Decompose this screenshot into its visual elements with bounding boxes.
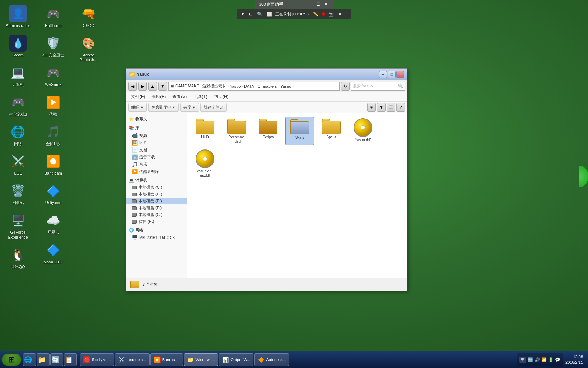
file-item-scripts[interactable]: Scripts [254, 117, 283, 145]
start-button[interactable]: ⊞ [1, 353, 22, 366]
ime-indicator[interactable]: 中 [519, 356, 526, 363]
recent-button[interactable]: ▼ [158, 82, 167, 91]
desktop-icon-youku[interactable]: ▶️ 优酷 [39, 92, 67, 118]
breadcrumb[interactable]: ⊞ GAME MAKE › 游戏模型素材 › Yasuo › DATA › Ch… [168, 82, 340, 91]
sidebar-item-c[interactable]: 本地磁盘 (C:) [126, 184, 187, 191]
file-label: Scripts [263, 135, 274, 139]
desktop-icon-recycle[interactable]: 🗑️ 回收站 [4, 181, 32, 207]
taskbar-app-windows[interactable]: 📁 Windows... [184, 353, 218, 366]
taskbar-ie-btn[interactable]: 🌐 [23, 353, 36, 366]
sidebar-item-ms[interactable]: 🖥️ MS-20161215FGCX [126, 234, 187, 241]
sidebar-item-g[interactable]: 本地磁盘 (G:) [126, 211, 187, 218]
taskbar-explore-btn[interactable]: 📁 [37, 353, 50, 366]
sidebar-item-music[interactable]: 🎵 音乐 [126, 161, 187, 168]
desktop-icon-maya[interactable]: 🔷 Maya 2017 [39, 240, 67, 266]
breadcrumb-segment: Yasuo [230, 84, 241, 88]
video-icon: 📹 [132, 133, 137, 138]
file-item-yasuo-ddf[interactable]: Yasuo.ddf [349, 117, 377, 145]
taskbar-app-autodesk[interactable]: 🔶 Autodesk... [254, 353, 289, 366]
desktop-icon-steam[interactable]: 💧 Steam [4, 33, 32, 59]
tb-icon-1[interactable]: ▼ [239, 11, 246, 17]
taskbar-right: 中 🔤 🔊 📶 🔋 💬 13:08 2018/2/11 [515, 353, 587, 366]
taskbar-app-league[interactable]: ⚔️ League o... [115, 353, 150, 366]
desktop-icon-unity[interactable]: 🔷 Unity.exe [39, 181, 67, 207]
forward-button[interactable]: ▶ [138, 82, 147, 91]
breadcrumb-segment: 游戏模型素材 [202, 83, 226, 89]
sidebar-item-e[interactable]: 本地磁盘 (E:) [126, 198, 187, 204]
file-item-recommended[interactable]: Recommended [222, 117, 251, 145]
taskbar-app-red[interactable]: 🔴 if only yo... [80, 353, 114, 366]
desktop-icon-shenghua6[interactable]: 🎮 生化危机6 [4, 92, 32, 118]
search-icon[interactable]: 🔍 [398, 84, 403, 88]
autodesk-label: Autodesk... [266, 358, 286, 362]
desktop-icon-photoshop[interactable]: 🎨 AdobePhotosh... [74, 33, 103, 64]
toolbar-expand-icon[interactable]: ▼ [323, 1, 329, 7]
details-view-btn[interactable]: ☰ [387, 103, 395, 112]
desktop-icon-lol[interactable]: ⚔️ LOL [4, 151, 32, 177]
minimize-button[interactable]: ─ [379, 71, 387, 78]
menu-tools[interactable]: 工具(T) [190, 93, 210, 101]
desktop-icon-quanmin[interactable]: 🎵 全民K歌 [39, 122, 67, 148]
desktop-icon-computer[interactable]: 💻 计算机 [4, 63, 32, 88]
desktop-icon-csgo[interactable]: 🔫 CSGO [74, 4, 103, 29]
desktop-icon-qq[interactable]: 🐧 腾讯QQ [4, 245, 32, 271]
tb-pen-icon[interactable]: ✏️ [312, 11, 319, 17]
desktop-icon-wegame[interactable]: 🎮 WeGame [39, 63, 67, 88]
file-item-yasuo-en-ddf[interactable]: Yasuo.en_us.ddf [191, 148, 219, 179]
desktop-icon-bandicam[interactable]: ⏺️ Bandicam [39, 151, 67, 177]
desktop-icon-geforce[interactable]: 🖥️ GeForceExperience [4, 210, 32, 241]
sidebar-item-video[interactable]: 📹 视频 [126, 132, 187, 139]
desktop-icon-battle[interactable]: 🎮 Battle.net [39, 4, 67, 29]
desktop-icon-administrator[interactable]: 👤 Administra tor [4, 4, 32, 29]
menu-file[interactable]: 文件(F) [128, 93, 148, 101]
new-folder-button[interactable]: 新建文件夹 [200, 103, 227, 112]
computer-label: 计算机 [135, 178, 147, 183]
view-icon-btn[interactable]: ⊞ [367, 103, 376, 112]
file-item-spells[interactable]: Spells [317, 117, 346, 145]
taskbar-app-bandicam[interactable]: ⏺️ Bandicam [150, 353, 183, 366]
desktop-icon-360[interactable]: 🛡️ 360安全卫士 [39, 33, 67, 59]
up-button[interactable]: ▲ [148, 82, 157, 91]
menu-edit[interactable]: 编辑(E) [149, 93, 169, 101]
taskbar-360-btn[interactable]: 🔄 [50, 353, 63, 366]
sidebar-item-docs[interactable]: 📄 文档 [126, 146, 187, 153]
sidebar-header-library[interactable]: 📚 库 [126, 124, 187, 132]
tb-icon-3[interactable]: 🔍 [256, 11, 263, 17]
sidebar-item-download[interactable]: ⬇️ 迅雷下载 [126, 153, 187, 161]
tb-icon-4[interactable]: ⬜ [266, 11, 273, 17]
network-icon: 🌐 [129, 228, 134, 233]
view-dropdown-btn[interactable]: ▼ [377, 103, 386, 112]
menu-view[interactable]: 查看(V) [169, 93, 190, 101]
tb-icon-2[interactable]: ⊞ [248, 11, 254, 17]
share-button[interactable]: 共享 ▼ [180, 103, 199, 112]
toolbar-menu-icon[interactable]: ☰ [315, 1, 321, 7]
organize-button[interactable]: 组织 ▼ [128, 103, 147, 112]
sidebar-header-computer[interactable]: 💻 计算机 [126, 176, 187, 184]
taskbar-misc-btn[interactable]: 📋 [64, 353, 77, 366]
back-button[interactable]: ◀ [128, 82, 137, 91]
refresh-button[interactable]: ↻ [341, 82, 350, 91]
sidebar-item-youku-lib[interactable]: ▶️ 优酷影视库 [126, 168, 187, 175]
close-button[interactable]: ✕ [396, 71, 404, 78]
desktop-icon-wangyi[interactable]: ☁️ 网易云 [39, 210, 67, 236]
tb-close-icon[interactable]: ✕ [337, 11, 343, 17]
help-btn[interactable]: ? [396, 103, 405, 112]
sidebar-item-h[interactable]: 软件 (H:) [126, 218, 187, 225]
sidebar-item-d[interactable]: 本地磁盘 (D:) [126, 191, 187, 198]
view-controls: ⊞ ▼ ☰ ? [367, 103, 405, 112]
menu-help[interactable]: 帮助(H) [211, 93, 232, 101]
sidebar-item-photos[interactable]: 🖼️ 图片 [126, 139, 187, 146]
sidebar-item-f[interactable]: 本地磁盘 (F:) [126, 204, 187, 211]
sidebar-header-network[interactable]: 🌐 网络 [126, 226, 187, 234]
search-bar[interactable]: 搜索 Yasuo 🔍 [351, 82, 405, 91]
maximize-button[interactable]: □ [388, 71, 396, 78]
360-icon: 🔄 [51, 356, 59, 364]
file-item-skins[interactable]: Skins [285, 117, 314, 145]
clock[interactable]: 13:08 2018/2/11 [564, 354, 584, 365]
desktop-icon-network[interactable]: 🌐 网络 [4, 122, 32, 148]
sidebar-header-favorites[interactable]: ⭐ 收藏夹 [126, 115, 187, 123]
tb-camera-icon[interactable]: 📷 [327, 11, 335, 17]
file-item-hud[interactable]: HUD [191, 117, 219, 145]
include-library-button[interactable]: 包含到库中 ▼ [148, 103, 179, 112]
taskbar-app-output[interactable]: 📊 Output W... [219, 353, 253, 366]
